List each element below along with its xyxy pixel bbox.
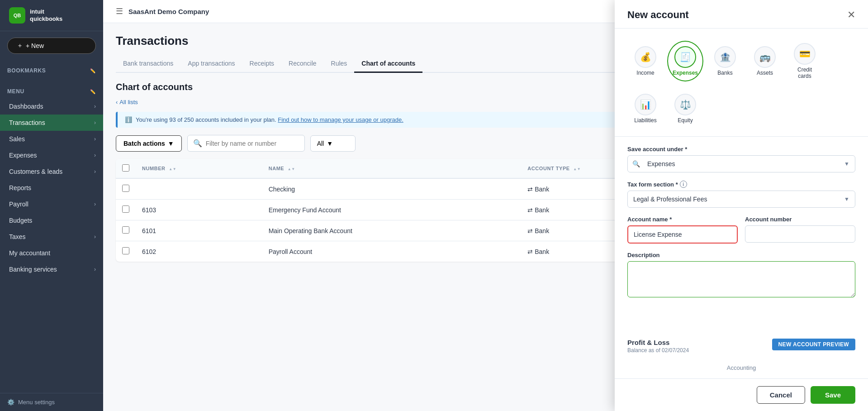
col-checkbox — [116, 159, 136, 178]
tab-bank-transactions[interactable]: Bank transactions — [116, 55, 180, 73]
menu-label: MENU — [7, 88, 24, 95]
row-number — [136, 178, 262, 200]
sort-icon: ▲▼ — [169, 167, 176, 171]
tab-receipts-label: Receipts — [250, 60, 274, 67]
income-icon: 💰 — [635, 46, 656, 68]
close-button[interactable]: ✕ — [847, 9, 855, 21]
banks-label: Banks — [717, 70, 732, 76]
equity-label: Equity — [678, 117, 693, 124]
bank-icon: ⇄ Bank — [527, 227, 549, 234]
save-account-under-label: Save account under * — [627, 146, 855, 153]
sidebar-item-my-accountant[interactable]: My accountant — [0, 245, 103, 261]
tab-reconcile[interactable]: Reconcile — [281, 55, 323, 73]
info-icon[interactable]: i — [680, 181, 687, 188]
account-type-assets[interactable]: 🚌 Assets — [747, 41, 783, 81]
menu-settings-label: Menu settings — [18, 399, 55, 406]
sidebar-item-expenses[interactable]: Expenses › — [0, 147, 103, 163]
account-type-income[interactable]: 💰 Income — [627, 41, 664, 81]
account-type-equity[interactable]: ⚖️ Equity — [667, 88, 703, 129]
sidebar-item-dashboards[interactable]: Dashboards › — [0, 98, 103, 115]
account-name-label: Account name * — [627, 216, 738, 223]
new-account-panel: New account ✕ 💰 Income 🧾 Expenses 🏦 Bank… — [615, 0, 868, 411]
chevron-right-icon: › — [94, 234, 96, 240]
sidebar-item-sales[interactable]: Sales › — [0, 131, 103, 147]
chevron-right-icon: › — [94, 103, 96, 110]
info-link[interactable]: Find out how to manage your usage or upg… — [278, 116, 403, 123]
quickbooks-logo-icon: QB — [9, 7, 25, 24]
account-type-banks[interactable]: 🏦 Banks — [707, 41, 743, 81]
tax-form-section-value: Legal & Professional Fees — [628, 191, 839, 207]
sidebar-item-transactions[interactable]: Transactions › — [0, 115, 103, 131]
save-account-under-select[interactable]: 🔍 Expenses ▼ — [627, 155, 855, 172]
sidebar-item-budgets[interactable]: Budgets — [0, 212, 103, 229]
equity-icon: ⚖️ — [674, 94, 696, 115]
new-account-preview-button[interactable]: NEW ACCOUNT PREVIEW — [772, 339, 855, 350]
tax-form-section-select[interactable]: Legal & Professional Fees ▼ — [627, 191, 855, 208]
sidebar-item-payroll[interactable]: Payroll › — [0, 196, 103, 212]
sidebar-item-reports[interactable]: Reports — [0, 180, 103, 196]
row-checkbox-cell — [116, 220, 136, 241]
hamburger-icon[interactable]: ☰ — [116, 6, 123, 16]
menu-header[interactable]: MENU ✏️ — [0, 85, 103, 98]
description-input[interactable] — [627, 261, 855, 297]
bank-icon: ⇄ Bank — [527, 186, 549, 193]
all-dropdown[interactable]: All ▼ — [310, 135, 356, 152]
col-number[interactable]: NUMBER ▲▼ — [136, 159, 262, 178]
account-type-expenses[interactable]: 🧾 Expenses — [667, 41, 703, 81]
new-button[interactable]: ＋ + New — [7, 38, 96, 54]
row-checkbox-cell — [116, 178, 136, 200]
tab-receipts[interactable]: Receipts — [242, 55, 281, 73]
quickbooks-logo-text: intuitquickbooks — [30, 8, 62, 22]
account-types: 💰 Income 🧾 Expenses 🏦 Banks 🚌 Assets 💳 C… — [615, 29, 868, 137]
sidebar-item-expenses-label: Expenses — [9, 152, 37, 159]
main-area: ☰ SaasAnt Demo Company Transactions Bank… — [103, 0, 868, 411]
account-name-input[interactable] — [627, 225, 738, 244]
menu-chevron: ✏️ — [90, 89, 96, 94]
col-name[interactable]: NAME ▲▼ — [262, 159, 522, 178]
account-name-number-row: Account name * Account number — [627, 216, 855, 252]
batch-actions-button[interactable]: Batch actions ▼ — [116, 135, 182, 152]
bookmarks-header[interactable]: BOOKMARKS ✏️ — [0, 64, 103, 77]
batch-actions-label: Batch actions — [123, 140, 165, 147]
sidebar-item-banking-label: Banking services — [9, 266, 57, 273]
row-checkbox[interactable] — [122, 206, 129, 213]
account-type-liabilities[interactable]: 📊 Liabilities — [627, 88, 664, 129]
sort-icon: ▲▼ — [288, 167, 295, 171]
row-name: Checking — [262, 178, 522, 200]
chevron-down-icon: ▼ — [168, 140, 174, 147]
menu-settings[interactable]: ⚙️ Menu settings — [0, 393, 103, 411]
preview-section: Profit & Loss Balance as of 02/07/2024 N… — [627, 339, 855, 354]
tab-chart-of-accounts-label: Chart of accounts — [361, 60, 415, 67]
chevron-down-icon: ▼ — [327, 140, 333, 147]
filter-input[interactable] — [206, 140, 287, 147]
sidebar-item-transactions-label: Transactions — [9, 119, 45, 126]
row-checkbox-cell — [116, 241, 136, 262]
cancel-button[interactable]: Cancel — [757, 386, 805, 404]
account-number-input[interactable] — [745, 225, 855, 243]
save-button[interactable]: Save — [811, 386, 855, 404]
sidebar: QB intuitquickbooks ＋ + New BOOKMARKS ✏️… — [0, 0, 103, 411]
sidebar-item-budgets-label: Budgets — [9, 217, 32, 224]
tab-chart-of-accounts[interactable]: Chart of accounts — [354, 55, 422, 73]
bookmarks-chevron: ✏️ — [90, 68, 96, 73]
sidebar-item-taxes[interactable]: Taxes › — [0, 229, 103, 245]
row-checkbox[interactable] — [122, 185, 129, 192]
chevron-right-icon: › — [94, 201, 96, 207]
tab-rules[interactable]: Rules — [324, 55, 355, 73]
expenses-label: Expenses — [673, 70, 698, 76]
banks-icon: 🏦 — [714, 46, 736, 68]
select-all-checkbox[interactable] — [122, 164, 129, 172]
row-checkbox[interactable] — [122, 226, 129, 234]
sidebar-item-customers[interactable]: Customers & leads › — [0, 163, 103, 180]
account-type-credit-cards[interactable]: 💳 Credit cards — [787, 38, 823, 85]
all-lists-link[interactable]: ‹ All lists — [116, 99, 138, 105]
menu-section: MENU ✏️ Dashboards › Transactions › Sale… — [0, 81, 103, 281]
description-label: Description — [627, 252, 855, 258]
filter-input-wrap: 🔍 — [187, 135, 305, 152]
liabilities-label: Liabilities — [634, 117, 656, 124]
tab-app-transactions[interactable]: App transactions — [180, 55, 242, 73]
all-lists-label: All lists — [119, 99, 138, 105]
sidebar-item-banking[interactable]: Banking services › — [0, 261, 103, 277]
row-checkbox[interactable] — [122, 247, 129, 254]
accounting-label: Accounting — [615, 364, 868, 371]
